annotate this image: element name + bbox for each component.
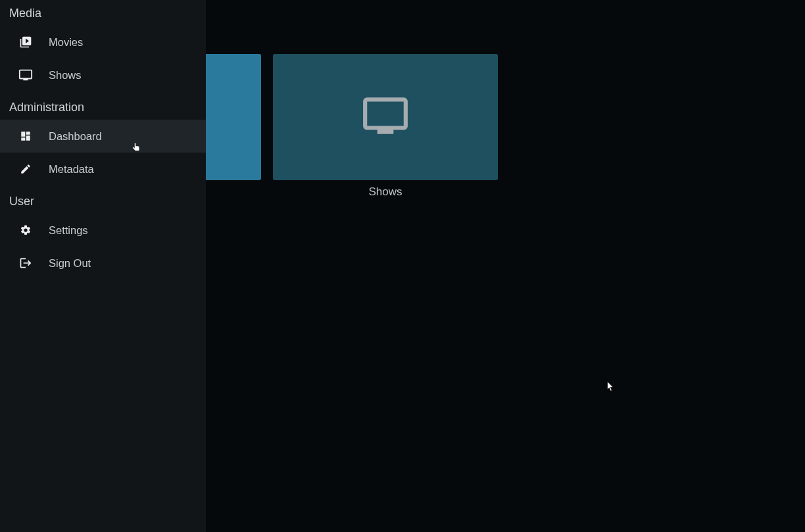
- section-header-administration: Administration: [0, 97, 206, 120]
- edit-icon: [18, 162, 33, 176]
- section-header-media: Media: [0, 3, 206, 26]
- sidebar-item-label: Settings: [49, 224, 88, 237]
- library-card-tile: [206, 54, 261, 180]
- tv-large-icon: [361, 91, 410, 143]
- sidebar-item-shows[interactable]: Shows: [0, 59, 206, 91]
- sidebar-item-movies[interactable]: Movies: [0, 26, 206, 59]
- library-card-shows[interactable]: Shows: [273, 54, 498, 199]
- section-header-user: User: [0, 191, 206, 214]
- library-card-partial[interactable]: [206, 54, 261, 199]
- tv-icon: [18, 68, 33, 82]
- library-card-label: Shows: [368, 185, 402, 199]
- signout-icon: [18, 256, 33, 270]
- library-cards: Shows: [206, 54, 498, 199]
- sidebar-item-label: Dashboard: [49, 130, 102, 143]
- main-content: Shows: [206, 0, 805, 532]
- library-card-tile: [273, 54, 498, 180]
- sidebar-item-label: Metadata: [49, 163, 94, 176]
- video-library-icon: [18, 35, 33, 49]
- dashboard-icon: [18, 129, 33, 143]
- sidebar-item-signout[interactable]: Sign Out: [0, 247, 206, 279]
- sidebar-item-label: Shows: [49, 69, 82, 82]
- sidebar-item-label: Movies: [49, 36, 83, 49]
- gear-icon: [18, 223, 33, 237]
- sidebar-item-settings[interactable]: Settings: [0, 214, 206, 247]
- sidebar-item-label: Sign Out: [49, 257, 91, 270]
- sidebar-item-metadata[interactable]: Metadata: [0, 153, 206, 185]
- sidebar: Media Movies Shows Administration Dashbo…: [0, 0, 206, 532]
- sidebar-item-dashboard[interactable]: Dashboard: [0, 120, 206, 153]
